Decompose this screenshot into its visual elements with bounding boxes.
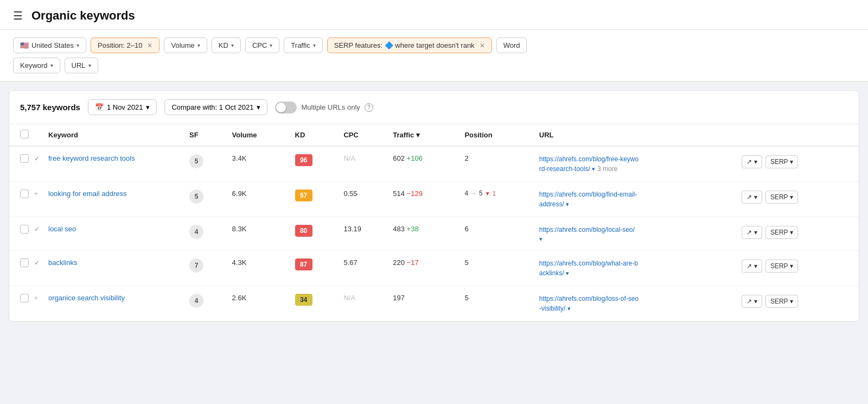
sf-header[interactable]: SF — [185, 124, 228, 146]
serp-filter[interactable]: SERP features: 🔷 where target doesn't ra… — [327, 37, 492, 53]
chevron-down-icon: ▾ — [197, 42, 200, 48]
chart-button[interactable]: ↗ ▾ — [742, 155, 762, 168]
keyword-link[interactable]: backlinks — [48, 258, 77, 267]
url-dropdown-icon[interactable]: ▾ — [567, 305, 571, 312]
kd-cell: 80 — [291, 217, 340, 251]
traffic-cell: 602 +106 — [388, 146, 460, 182]
position-header[interactable]: Position — [460, 124, 534, 146]
serp-button[interactable]: SERP ▾ — [765, 191, 798, 204]
serp-dropdown-icon[interactable]: ▾ — [790, 229, 793, 236]
flag-icon: 🇺🇸 — [20, 41, 29, 49]
chevron-down-icon: ▾ — [270, 42, 272, 48]
serp-close-icon[interactable]: ✕ — [480, 42, 485, 49]
url-dropdown-icon[interactable]: ▾ — [566, 270, 569, 276]
position-filter[interactable]: Position: 2–10 ✕ — [91, 37, 159, 53]
row-checkbox[interactable] — [20, 258, 29, 267]
filter-row-1: 🇺🇸 United States ▾ Position: 2–10 ✕ Volu… — [13, 37, 855, 53]
volume-header[interactable]: Volume — [228, 124, 291, 146]
compare-button[interactable]: Compare with: 1 Oct 2021 ▾ — [164, 99, 267, 115]
serp-button[interactable]: SERP ▾ — [765, 260, 798, 273]
volume-cell: 3.4K — [228, 146, 291, 182]
chart-dropdown-icon[interactable]: ▾ — [754, 158, 757, 166]
chart-button[interactable]: ↗ ▾ — [742, 295, 762, 308]
url-link[interactable]: https://ahrefs.com/blog/find-email-addre… — [539, 191, 637, 208]
serp-dropdown-icon[interactable]: ▾ — [790, 298, 793, 305]
kd-filter[interactable]: KD ▾ — [212, 37, 241, 53]
chart-button[interactable]: ↗ ▾ — [742, 260, 762, 273]
keyword-cell: organice search visibility — [44, 286, 185, 321]
keywords-table: Keyword SF Volume KD CPC Traffic ▾ Posit… — [9, 124, 859, 321]
keywords-count: 5,757 keywords — [20, 103, 80, 112]
serp-button[interactable]: SERP ▾ — [765, 295, 798, 308]
serp-dropdown-icon[interactable]: ▾ — [790, 193, 793, 201]
volume-label: Volume — [171, 41, 194, 49]
keyword-link[interactable]: local seo — [48, 225, 76, 233]
kd-badge: 96 — [295, 154, 312, 166]
cpc-cell: 0.55 — [339, 182, 388, 217]
row-checkbox[interactable] — [20, 154, 29, 163]
kd-badge: 57 — [295, 190, 312, 201]
word-label: Word — [503, 41, 520, 49]
table-row: + organice search visibility 4 2.6K 34 N… — [9, 286, 859, 321]
serp-dropdown-icon[interactable]: ▾ — [790, 262, 793, 270]
position-cell: 4 → 5 ▼1 — [460, 182, 534, 217]
traffic-header[interactable]: Traffic ▾ — [388, 124, 460, 146]
traffic-cell: 197 — [388, 286, 460, 321]
sf-cell: 4 — [185, 286, 228, 321]
row-checkbox[interactable] — [20, 190, 29, 198]
url-dropdown-icon[interactable]: ▾ — [566, 201, 569, 207]
volume-cell: 6.9K — [228, 182, 291, 217]
word-filter[interactable]: Word — [496, 37, 527, 53]
chart-icon: ↗ — [746, 229, 752, 236]
chart-dropdown-icon[interactable]: ▾ — [754, 193, 757, 201]
cpc-header[interactable]: CPC — [339, 124, 388, 146]
position-close-icon[interactable]: ✕ — [147, 42, 152, 49]
kd-header[interactable]: KD — [291, 124, 340, 146]
sf-badge: 4 — [189, 294, 203, 308]
date-button[interactable]: 📅 1 Nov 2021 ▾ — [88, 99, 157, 115]
chart-button[interactable]: ↗ ▾ — [742, 226, 762, 239]
url-link[interactable]: https://ahrefs.com/blog/loss-of-seo-visi… — [539, 295, 639, 312]
url-link[interactable]: https://ahrefs.com/blog/what-are-backlin… — [539, 260, 638, 277]
chart-dropdown-icon[interactable]: ▾ — [754, 298, 757, 305]
row-checkbox[interactable] — [20, 225, 29, 233]
chart-icon: ↗ — [746, 158, 752, 166]
url-dropdown-icon[interactable]: ▾ — [539, 236, 542, 242]
keyword-link[interactable]: looking for email address — [48, 190, 127, 198]
url-link[interactable]: https://ahrefs.com/blog/free-keyword-res… — [539, 155, 639, 173]
volume-filter[interactable]: Volume ▾ — [164, 37, 207, 53]
chart-dropdown-icon[interactable]: ▾ — [754, 229, 757, 236]
keyword-cell: local seo — [44, 217, 185, 251]
sf-cell: 4 — [185, 217, 228, 251]
traffic-filter[interactable]: Traffic ▾ — [284, 37, 322, 53]
menu-icon[interactable]: ☰ — [13, 9, 23, 22]
row-checkbox[interactable] — [20, 294, 29, 302]
check-icon: ✓ — [34, 259, 40, 267]
country-label: United States — [31, 41, 74, 49]
help-icon[interactable]: ? — [365, 103, 373, 112]
multiple-urls-label: Multiple URLs only — [301, 103, 360, 111]
multiple-urls-toggle[interactable] — [275, 102, 297, 113]
keyword-filter[interactable]: Keyword ▾ — [13, 58, 60, 73]
url-cell: https://ahrefs.com/blog/what-are-backlin… — [535, 251, 737, 286]
keyword-link[interactable]: organice search visibility — [48, 294, 125, 302]
keyword-link[interactable]: free keyword research tools — [48, 154, 135, 162]
serp-button[interactable]: SERP ▾ — [765, 155, 798, 168]
checkbox-header[interactable] — [9, 124, 44, 146]
keyword-header[interactable]: Keyword — [44, 124, 185, 146]
url-dropdown-icon[interactable]: ▾ — [592, 166, 595, 172]
actions-cell: ↗ ▾ SERP ▾ — [737, 146, 859, 182]
traffic-label: Traffic — [291, 41, 310, 49]
sf-cell: 5 — [185, 182, 228, 217]
serp-button[interactable]: SERP ▾ — [765, 226, 798, 239]
traffic-cell: 483 +38 — [388, 217, 460, 251]
country-filter[interactable]: 🇺🇸 United States ▾ — [13, 37, 86, 53]
serp-dropdown-icon[interactable]: ▾ — [790, 158, 793, 166]
chart-dropdown-icon[interactable]: ▾ — [754, 262, 757, 270]
checkbox-cell: ✓ — [9, 217, 44, 251]
url-link[interactable]: https://ahrefs.com/blog/local-seo/ — [539, 226, 635, 233]
sf-badge: 5 — [189, 154, 203, 168]
cpc-filter[interactable]: CPC ▾ — [245, 37, 279, 53]
url-filter[interactable]: URL ▾ — [65, 58, 98, 73]
chart-button[interactable]: ↗ ▾ — [742, 191, 762, 204]
